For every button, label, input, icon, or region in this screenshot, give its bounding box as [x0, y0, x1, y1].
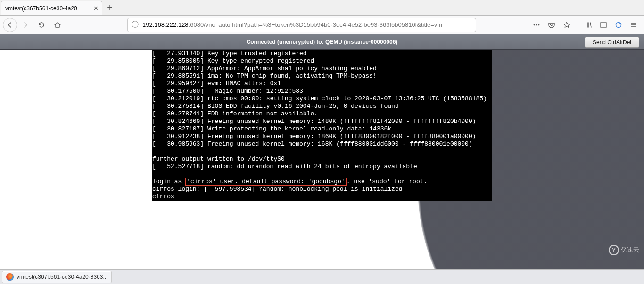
- terminal-line: [ 29.860712] AppArmor: AppArmor sha1 pol…: [152, 65, 492, 73]
- terminal-line: [ 29.959627] evm: HMAC attrs: 0x1: [152, 80, 492, 88]
- pocket-icon: [548, 21, 555, 29]
- extension-button[interactable]: [611, 17, 626, 32]
- terminal-line: [ 29.858005] Key type encrypted register…: [152, 57, 492, 65]
- taskbar-window-item[interactable]: vmtest(c367b561-ce30-4a20-8363...: [2, 271, 112, 283]
- back-button[interactable]: [3, 18, 17, 32]
- terminal-line: [ 30.275314] BIOS EDD facility v0.16 200…: [152, 103, 492, 110]
- new-tab-button[interactable]: +: [102, 0, 117, 15]
- terminal-line: cirros login: [ 597.598534] random: nonb…: [152, 186, 492, 193]
- taskbar-item-title: vmtest(c367b561-ce30-4a20-8363...: [17, 274, 107, 280]
- menu-button[interactable]: [626, 17, 641, 32]
- extension-icon: [615, 21, 622, 29]
- login-suffix: . use 'sudo' for root.: [347, 178, 428, 185]
- star-icon: [563, 21, 570, 29]
- svg-point-2: [538, 24, 540, 25]
- svg-point-0: [534, 24, 535, 25]
- page-actions-button[interactable]: [529, 17, 544, 32]
- nav-toolbar: ⓘ 192.168.222.128:6080/vnc_auto.html?pat…: [0, 16, 644, 34]
- dots-icon: [533, 21, 540, 29]
- terminal-line: [152, 148, 492, 155]
- login-credentials-highlight: 'cirros' user. default password: 'gocubs…: [185, 178, 346, 186]
- terminal-line: [ 30.985963] Freeing unused kernel memor…: [152, 140, 492, 148]
- terminal-line: [ 27.931340] Key type trusted registered: [152, 50, 492, 57]
- terminal-line: further output written to /dev/ttyS0: [152, 155, 492, 163]
- terminal-login-line: login as 'cirros' user. default password…: [152, 178, 492, 186]
- url-bar[interactable]: ⓘ 192.168.222.128:6080/vnc_auto.html?pat…: [127, 18, 476, 32]
- site-info-icon[interactable]: ⓘ: [132, 20, 139, 29]
- terminal-line: [ 30.278741] EDD information not availab…: [152, 110, 492, 118]
- send-ctrl-alt-del-button[interactable]: Send CtrlAltDel: [585, 37, 639, 48]
- pocket-button[interactable]: [544, 17, 559, 32]
- reload-icon: [38, 21, 45, 29]
- terminal-line: [152, 170, 492, 178]
- svg-point-6: [619, 23, 621, 24]
- toolbar-right: [581, 17, 641, 32]
- vnc-status-text: Connected (unencrypted) to: QEMU (instan…: [247, 39, 398, 45]
- arrow-left-icon: [6, 21, 14, 29]
- tab-strip: vmtest(c367b561-ce30-4a20 × +: [0, 0, 644, 16]
- terminal-line: [ 29.885591] ima: No TPM chip found, act…: [152, 73, 492, 80]
- browser-tab[interactable]: vmtest(c367b561-ce30-4a20 ×: [1, 1, 102, 15]
- home-button[interactable]: [50, 17, 65, 32]
- vnc-status-bar: Connected (unencrypted) to: QEMU (instan…: [0, 34, 644, 50]
- os-taskbar: vmtest(c367b561-ce30-4a20-8363...: [0, 269, 644, 284]
- watermark: Y 亿速云: [609, 245, 639, 255]
- watermark-badge: Y: [609, 245, 619, 255]
- hamburger-icon: [630, 21, 637, 29]
- tab-title: vmtest(c367b561-ce30-4a20: [5, 5, 91, 12]
- sidebar-button[interactable]: [596, 17, 611, 32]
- terminal-line: [ 52.527718] random: dd urandom read wit…: [152, 163, 492, 170]
- forward-button: [18, 17, 33, 32]
- login-prefix: login as: [152, 178, 185, 185]
- firefox-icon: [6, 273, 14, 281]
- library-icon: [585, 21, 592, 29]
- url-text: 192.168.222.128:6080/vnc_auto.html?path=…: [142, 21, 472, 28]
- reload-button[interactable]: [34, 17, 49, 32]
- terminal-line: [ 30.824669] Freeing unused kernel memor…: [152, 118, 492, 125]
- home-icon: [54, 21, 61, 29]
- vnc-terminal[interactable]: [ 27.931340] Key type trusted registered…: [152, 50, 492, 201]
- library-button[interactable]: [581, 17, 596, 32]
- terminal-line: cirros: [152, 193, 492, 201]
- content-area: [ 27.931340] Key type trusted registered…: [0, 50, 644, 269]
- terminal-line: [ 30.212019] rtc_cmos 00:00: setting sys…: [152, 95, 492, 103]
- svg-point-1: [536, 24, 537, 25]
- terminal-line: [ 30.912238] Freeing unused kernel memor…: [152, 133, 492, 140]
- sidebar-icon: [600, 21, 607, 29]
- arrow-right-icon: [22, 21, 29, 29]
- watermark-text: 亿速云: [621, 246, 639, 254]
- close-tab-icon[interactable]: ×: [94, 4, 98, 13]
- bookmark-button[interactable]: [559, 17, 574, 32]
- svg-rect-3: [601, 23, 606, 27]
- terminal-line: [ 30.827107] Write protecting the kernel…: [152, 125, 492, 133]
- terminal-line: [ 30.177500] Magic number: 12:912:583: [152, 88, 492, 95]
